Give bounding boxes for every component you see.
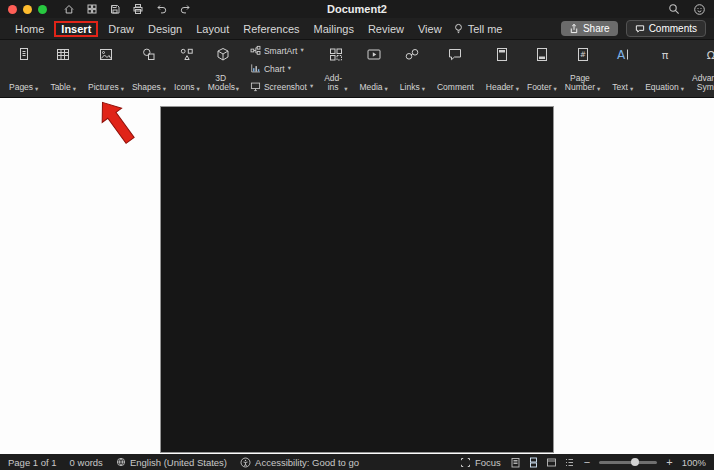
accessibility-label: Accessibility: Good to go xyxy=(255,457,359,468)
zoom-level[interactable]: 100% xyxy=(682,457,706,468)
equation-button[interactable]: π Equation▾ xyxy=(641,43,688,94)
chevron-down-icon: ▾ xyxy=(236,86,239,94)
undo-icon[interactable] xyxy=(155,3,168,15)
links-button[interactable]: Links▾ xyxy=(396,43,429,94)
add-ins-icon xyxy=(328,45,344,64)
comments-button[interactable]: Comments xyxy=(626,20,706,37)
icons-icon xyxy=(179,45,195,64)
title-bar: Document2 xyxy=(0,0,714,18)
header-button[interactable]: Header▾ xyxy=(482,43,523,94)
tab-design[interactable]: Design xyxy=(141,21,189,37)
shapes-label: Shapes xyxy=(132,83,161,93)
account-icon[interactable] xyxy=(693,3,706,16)
media-icon xyxy=(366,45,382,64)
header-label: Header xyxy=(486,83,514,93)
media-label: Media xyxy=(359,83,382,93)
screenshot-button[interactable]: Screenshot ▾ xyxy=(250,81,313,92)
chevron-down-icon: ▾ xyxy=(344,86,347,94)
zoom-in-button[interactable]: + xyxy=(666,457,672,468)
text-label: Text xyxy=(612,83,628,93)
comment-icon xyxy=(447,45,463,64)
advanced-symbol-button[interactable]: Ω Advanced Symbol xyxy=(688,43,714,94)
chevron-down-icon: ▾ xyxy=(300,47,303,55)
chevron-down-icon: ▾ xyxy=(385,86,388,94)
page-number-button[interactable]: # Page Number▾ xyxy=(561,43,605,94)
comment-button[interactable]: Comment xyxy=(433,43,478,94)
chevron-down-icon: ▾ xyxy=(516,86,519,94)
chart-button[interactable]: Chart ▾ xyxy=(250,63,313,74)
status-bar: Page 1 of 1 0 words English (United Stat… xyxy=(0,454,714,470)
tab-view[interactable]: View xyxy=(411,21,449,37)
close-window-button[interactable] xyxy=(8,5,17,14)
smartart-button[interactable]: SmartArt ▾ xyxy=(250,45,313,56)
document-canvas xyxy=(0,98,714,454)
icons-button[interactable]: Icons▾ xyxy=(170,43,204,94)
zoom-slider[interactable] xyxy=(599,461,657,464)
focus-toggle[interactable]: Focus xyxy=(460,457,501,468)
tab-insert[interactable]: Insert xyxy=(54,21,98,37)
screenshot-label: Screenshot xyxy=(264,82,307,92)
chevron-down-icon: ▾ xyxy=(681,86,684,94)
globe-icon xyxy=(116,457,126,467)
tab-home[interactable]: Home xyxy=(8,21,51,37)
shapes-icon xyxy=(141,45,157,64)
shapes-button[interactable]: Shapes▾ xyxy=(128,43,170,94)
tab-mailings[interactable]: Mailings xyxy=(307,21,361,37)
zoom-slider-knob[interactable] xyxy=(631,458,639,466)
print-icon[interactable] xyxy=(132,3,144,15)
table-button[interactable]: Table▾ xyxy=(46,43,80,94)
pictures-button[interactable]: Pictures▾ xyxy=(84,43,128,94)
comment-label: Comment xyxy=(437,83,474,93)
chevron-down-icon: ▾ xyxy=(121,86,124,94)
ribbon-tabs: Home Insert Draw Design Layout Reference… xyxy=(0,18,714,40)
text-button[interactable]: A Text▾ xyxy=(608,43,637,94)
smartart-label: SmartArt xyxy=(264,46,298,56)
language-status[interactable]: English (United States) xyxy=(116,457,227,468)
chevron-down-icon: ▾ xyxy=(288,65,291,73)
page-number-icon: # xyxy=(575,45,591,64)
word-count[interactable]: 0 words xyxy=(70,457,103,468)
chevron-down-icon: ▾ xyxy=(422,86,425,94)
tab-layout[interactable]: Layout xyxy=(189,21,236,37)
pages-button[interactable]: Pages▾ xyxy=(5,43,42,94)
tell-me-button[interactable]: Tell me xyxy=(453,21,503,37)
document-page[interactable] xyxy=(160,106,554,453)
links-icon xyxy=(404,45,420,64)
zoom-window-button[interactable] xyxy=(38,5,47,14)
chevron-down-icon: ▾ xyxy=(554,86,557,94)
page-count[interactable]: Page 1 of 1 xyxy=(8,457,57,468)
minimize-window-button[interactable] xyxy=(23,5,32,14)
media-button[interactable]: Media▾ xyxy=(355,43,391,94)
save-icon[interactable] xyxy=(109,3,121,15)
redo-icon[interactable] xyxy=(179,3,192,15)
search-icon[interactable] xyxy=(668,3,680,15)
add-ins-button[interactable]: Add-ins▾ xyxy=(320,43,351,94)
chevron-down-icon: ▾ xyxy=(630,86,633,94)
chevron-down-icon: ▾ xyxy=(73,86,76,94)
tab-review[interactable]: Review xyxy=(361,21,411,37)
accessibility-icon xyxy=(240,457,251,468)
home-icon[interactable] xyxy=(63,3,75,15)
accessibility-status[interactable]: Accessibility: Good to go xyxy=(240,457,359,468)
web-layout-view-icon[interactable] xyxy=(546,457,557,468)
zoom-out-button[interactable]: − xyxy=(584,457,590,468)
ribbon-insert: Pages▾ Table▾ Pictures▾ Shapes▾ Icons▾ 3… xyxy=(0,40,714,98)
apps-grid-icon[interactable] xyxy=(86,3,98,15)
page-number-label: Page Number xyxy=(565,74,595,93)
tab-draw[interactable]: Draw xyxy=(101,21,141,37)
footer-button[interactable]: Footer▾ xyxy=(523,43,561,94)
comments-label: Comments xyxy=(649,23,697,34)
print-layout-view-icon[interactable] xyxy=(528,457,539,468)
tab-references[interactable]: References xyxy=(236,21,306,37)
screenshot-icon xyxy=(250,81,261,92)
share-button[interactable]: Share xyxy=(561,21,618,36)
draft-view-icon[interactable] xyxy=(510,457,521,468)
word-window: Document2 Home Insert Draw Design Layout… xyxy=(0,0,714,470)
svg-text:π: π xyxy=(661,49,668,62)
outline-view-icon[interactable] xyxy=(564,457,575,468)
3d-models-button[interactable]: 3D Models▾ xyxy=(204,43,243,94)
svg-text:A: A xyxy=(617,48,626,62)
language-label: English (United States) xyxy=(130,457,227,468)
links-label: Links xyxy=(400,83,420,93)
pictures-label: Pictures xyxy=(88,83,119,93)
